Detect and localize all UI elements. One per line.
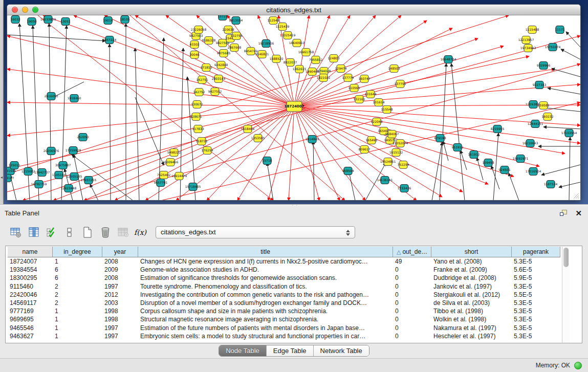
hub-node[interactable]: 18724007 [285,101,304,112]
graph-node[interactable]: 16648784 [441,56,456,63]
graph-node[interactable]: 132754 [231,32,243,40]
graph-node[interactable]: 132161 [354,96,365,103]
table-row[interactable]: 1872400712008Changes of HCN gene express… [8,257,560,266]
delete-table-icon[interactable] [99,225,112,239]
graph-node[interactable]: 15718485 [185,183,201,191]
graph-node[interactable]: 15723 [217,15,227,20]
graph-node[interactable]: 17957255 [81,177,97,184]
graph-node[interactable]: 15692971 [513,155,529,163]
graph-node[interactable]: 2616050 [45,93,58,100]
graph-node[interactable]: 16914479 [171,172,187,180]
graph-node[interactable]: 1362615 [293,65,307,73]
graph-node[interactable]: 19014 [103,17,113,25]
graph-node[interactable]: 809617 [359,146,371,154]
graph-node[interactable]: 11171 [555,26,564,34]
table-row[interactable]: 1456911722003Disruption of a novel membe… [8,299,560,307]
table-row[interactable]: 946362711997Embryonic stem cells: a mode… [8,332,560,340]
graph-node[interactable]: 13051 [60,18,70,26]
column-header-year[interactable]: year [102,247,138,257]
graph-node[interactable]: 679198 [434,135,446,142]
graph-node[interactable]: 124803 [328,55,340,62]
window-resize-grip-icon[interactable] [572,192,579,199]
graph-node[interactable]: 19218506 [258,40,274,48]
graph-node[interactable]: 171813 [201,64,212,72]
node-table-grid[interactable]: namein_degreeyeartitle△out_de…shortpager… [8,247,560,340]
table-settings-icon[interactable] [9,225,23,239]
graph-node[interactable]: 128671 [190,113,202,121]
table-selector-dropdown[interactable]: citations_edges.txt [156,226,355,238]
graph-node[interactable]: 12213957 [518,36,534,44]
network-window[interactable]: citations_edges.txt 16033190501603380913… [7,4,581,201]
graph-node[interactable]: 9657791 [154,179,168,187]
graph-node[interactable]: 8215955 [491,125,505,133]
tab-network-table[interactable]: Network Table [314,345,369,356]
graph-node[interactable]: 115548 [381,106,393,114]
graph-node[interactable]: 2803144 [212,75,226,83]
graph-node[interactable]: 129474 [335,65,347,73]
graph-node[interactable]: 12505185 [67,173,82,181]
graph-node[interactable]: 1588520 [270,55,284,63]
graph-node[interactable]: 130672 [191,101,203,108]
clear-selection-icon[interactable] [63,225,76,239]
graph-node[interactable]: 137751 [395,80,406,88]
column-header-pagerank[interactable]: pagerank [512,247,560,257]
graph-node[interactable]: 17103554 [561,129,577,137]
column-select-icon[interactable] [27,225,40,239]
graph-node[interactable]: 1733436 [398,185,411,192]
graph-node[interactable]: 9875685 [217,50,231,57]
graph-node[interactable]: 18105 [120,16,129,24]
graph-node[interactable]: 12444151 [528,120,543,128]
table-row[interactable]: 969969511998Structural magnetic resonanc… [8,315,560,323]
graph-node[interactable]: 18640910 [289,39,305,47]
select-all-icon[interactable] [45,225,58,239]
graph-node[interactable]: 13942737 [34,169,50,177]
table-row[interactable]: 2242004622012Investigating the contribut… [8,291,560,299]
graph-node[interactable]: 8186328 [202,37,216,45]
graph-node[interactable]: 131644 [365,91,377,98]
minimize-window-icon[interactable] [22,7,28,13]
tab-edge-table[interactable]: Edge Table [267,345,314,356]
graph-node[interactable]: 1353585 [251,135,265,142]
graph-node[interactable]: 924501 [499,166,511,174]
column-header-out_degree[interactable]: △out_de… [393,247,431,257]
graph-node[interactable]: 135011 [9,162,20,169]
graph-node[interactable]: 1958187 [7,174,14,182]
graph-node[interactable]: 12923448 [61,185,77,192]
graph-node[interactable]: 30975887 [55,162,71,169]
graph-node[interactable]: 16033 [10,16,20,24]
graph-node[interactable]: 20206576 [43,147,59,155]
graph-node[interactable]: 752254 [398,161,409,169]
tab-node-table[interactable]: Node Table [219,345,267,356]
graph-node[interactable]: 15751074 [545,43,561,51]
graph-node[interactable]: 9227343 [533,81,547,89]
graph-node[interactable]: 160232 [542,113,554,121]
graph-node[interactable]: 1115488 [526,26,539,34]
graph-node[interactable]: 112548 [268,17,279,25]
graph-node[interactable]: 122048 [371,118,383,126]
graph-node[interactable]: 137774 [342,74,354,82]
panel-collapse-handle-icon[interactable]: ◂ [0,175,3,180]
network-canvas[interactable]: 1603319050160338091305119014181057857224… [7,15,580,200]
graph-node[interactable]: 8822037 [284,59,297,67]
graph-node[interactable]: 1187534 [544,181,558,188]
graph-node[interactable]: 9427552 [208,88,222,96]
graph-node[interactable]: 958504 [342,167,354,175]
graph-node[interactable]: 142751 [197,76,208,84]
graph-node[interactable]: 1125439 [276,23,290,31]
graph-node[interactable]: 19050 [27,18,36,26]
close-panel-icon[interactable]: ✕ [575,210,582,217]
graph-node[interactable]: 176254 [202,147,213,155]
table-row[interactable]: 911546021997Tourette syndrome. Phenomeno… [8,282,560,291]
graph-node[interactable]: 16961758 [298,49,314,56]
graph-node[interactable]: 1145194 [52,171,66,179]
graph-node[interactable]: 161912 [468,151,480,159]
network-view[interactable]: 1603319050160338091305119014181057857224… [7,15,580,200]
function-builder-icon[interactable]: f(x) [135,225,148,239]
float-panel-icon[interactable] [560,210,568,217]
graph-node[interactable]: 15718 [262,157,272,165]
graph-node[interactable]: 1918460 [68,95,81,102]
table-row[interactable]: 977716911998Corpus callosum shape and si… [8,307,560,315]
graph-node[interactable]: 165492 [366,137,378,144]
graph-node[interactable]: 110565 [349,84,360,92]
column-header-title[interactable]: title [138,247,393,257]
